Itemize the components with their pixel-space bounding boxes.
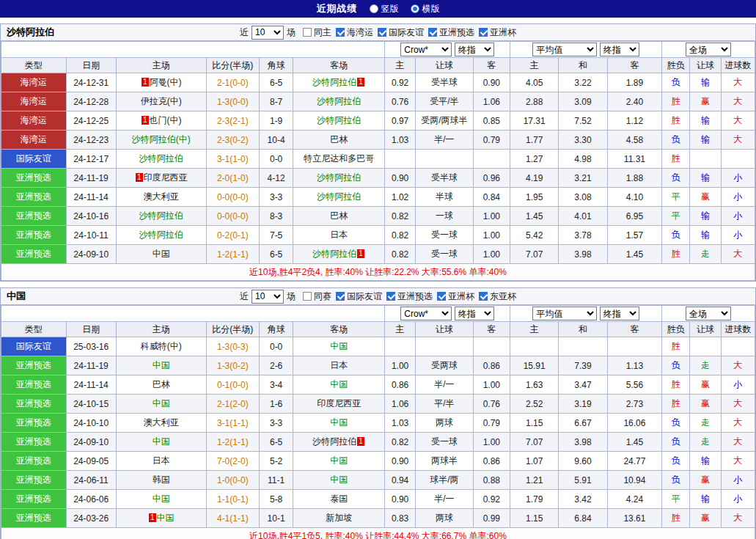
crow-away-odds: 0.85	[473, 111, 510, 131]
competition-type: 亚洲预选	[1, 509, 67, 528]
crow-handicap: 半球	[416, 188, 473, 207]
checkbox-checked-icon[interactable]	[336, 292, 345, 301]
red-card-badge: 1	[136, 173, 143, 182]
result-goals: 小	[721, 169, 755, 188]
checkbox-unchecked-icon[interactable]	[303, 28, 312, 37]
avg-home-odds: 1.79	[510, 490, 558, 509]
crow-away-odds: 0.79	[473, 131, 510, 150]
checkbox-checked-icon[interactable]	[386, 292, 395, 301]
avg-away-odds: 1.57	[607, 226, 661, 245]
filter-checkbox-东亚杯[interactable]: 东亚杯	[479, 290, 516, 303]
result-goals: 大	[721, 395, 755, 414]
crow-handicap: 受一球	[416, 245, 473, 264]
team-name-text: 也门(中)	[150, 115, 182, 125]
odds-source-select[interactable]: Crow*	[400, 43, 452, 56]
filter-checkbox-亚洲杯[interactable]: 亚洲杯	[479, 26, 516, 39]
filter-checkbox-国际友谊[interactable]: 国际友谊	[336, 290, 382, 303]
result-wdl: 胜	[662, 509, 690, 528]
checkbox-checked-icon[interactable]	[479, 28, 488, 37]
away-team: 中国	[293, 452, 385, 471]
col-result-goals: 进球数	[721, 58, 755, 73]
checkbox-checked-icon[interactable]	[437, 292, 446, 301]
filter-prefix: 近	[240, 290, 249, 303]
checkbox-checked-icon[interactable]	[378, 28, 386, 37]
match-row: 海湾运24-12-251也门(中)2-3(2-1)1-9沙特阿拉伯0.97受两/…	[1, 111, 755, 131]
away-team: 中国	[293, 414, 385, 433]
match-score: 2-0(1-0)	[206, 169, 259, 188]
corner-count: 10-1	[260, 509, 293, 528]
match-scope-select[interactable]: 全场	[686, 307, 731, 320]
col-home: 主场	[116, 322, 206, 337]
crow-away-odds: 1.06	[473, 92, 510, 111]
red-card-badge: 1	[149, 513, 156, 522]
home-team: 沙特阿拉伯	[116, 150, 206, 169]
col-type: 类型	[1, 322, 67, 337]
layout-option-horizontal[interactable]: 横版	[411, 3, 440, 15]
checkbox-checked-icon[interactable]	[479, 292, 488, 301]
average-time-select[interactable]: 终指	[600, 43, 639, 56]
filter-checkbox-亚洲预选[interactable]: 亚洲预选	[386, 290, 433, 303]
result-goals: 大	[721, 92, 755, 111]
recent-count-select[interactable]: 10	[252, 26, 284, 40]
avg-away-odds: 11.31	[607, 150, 661, 169]
checkbox-unchecked-icon[interactable]	[303, 292, 312, 301]
avg-draw-odds: 5.91	[559, 471, 607, 490]
team-name-text: 中国	[330, 474, 348, 485]
match-row: 亚洲预选24-10-11沙特阿拉伯0-2(0-1)7-5日本0.82受一球1.0…	[1, 226, 755, 245]
avg-away-odds: 16.06	[607, 414, 661, 433]
odds-time-select[interactable]: 终指	[455, 307, 494, 320]
result-goals: 大	[721, 131, 755, 150]
average-select[interactable]: 平均值	[532, 307, 597, 320]
corner-count: 8-3	[260, 207, 293, 226]
checkbox-checked-icon[interactable]	[336, 28, 345, 37]
avg-home-odds: 1.63	[510, 375, 558, 395]
crow-away-odds	[473, 150, 510, 169]
checkbox-checked-icon[interactable]	[428, 28, 437, 37]
filter-checkbox-海湾运[interactable]: 海湾运	[336, 26, 373, 39]
crow-handicap: 球半/两	[416, 471, 473, 490]
average-select[interactable]: 平均值	[532, 43, 597, 56]
match-scope-select[interactable]: 全场	[686, 43, 731, 56]
result-wdl: 负	[662, 356, 690, 375]
filter-checkbox-同赛[interactable]: 同赛	[303, 290, 331, 303]
avg-draw-odds	[559, 337, 607, 356]
odds-time-select[interactable]: 终指	[455, 43, 494, 56]
vertical-radio-icon[interactable]	[370, 4, 378, 13]
home-team: 中国	[116, 490, 206, 509]
filter-checkbox-同主[interactable]: 同主	[303, 26, 331, 39]
recent-count-select[interactable]: 10	[252, 290, 284, 304]
odds-source-select[interactable]: Crow*	[400, 307, 452, 320]
corner-count: 1-6	[260, 395, 293, 414]
filter-checkbox-亚洲杯[interactable]: 亚洲杯	[437, 290, 474, 303]
horizontal-radio-icon[interactable]	[411, 4, 419, 13]
filter-checkbox-国际友谊[interactable]: 国际友谊	[378, 26, 424, 39]
match-row: 亚洲预选24-11-14巴林0-1(0-0)3-4中国0.86半/一1.001.…	[1, 375, 755, 395]
avg-home-odds	[510, 337, 558, 356]
match-row: 亚洲预选24-09-05日本7-0(2-0)5-2中国0.90两球半0.861.…	[1, 452, 755, 471]
column-headers: 类型 日期 主场 比分(半场) 角球 客场 主 让球 客 主 和 客 胜负 让球…	[1, 322, 755, 337]
match-row: 亚洲预选24-06-11韩国1-0(0-0)11-1中国0.94球半/两0.88…	[1, 471, 755, 490]
crow-handicap: 受两/两球半	[416, 111, 473, 131]
match-date: 24-10-11	[66, 226, 116, 245]
match-score: 3-1(1-0)	[206, 150, 259, 169]
col-date: 日期	[66, 322, 116, 337]
crow-handicap: 受平/半	[416, 92, 473, 111]
avg-home-odds: 1.15	[510, 509, 558, 528]
crow-home-odds: 1.00	[385, 356, 416, 375]
topbar: 近期战绩 竖版 横版	[0, 0, 756, 18]
team-name-text: 中国	[153, 494, 170, 504]
layout-option-vertical[interactable]: 竖版	[370, 3, 399, 15]
team-name-text: 巴林	[153, 379, 170, 389]
average-time-select[interactable]: 终指	[600, 307, 639, 320]
result-handicap: 赢	[690, 509, 721, 528]
result-goals	[721, 337, 755, 356]
crow-home-odds: 0.82	[385, 433, 416, 452]
crow-away-odds: 0.99	[473, 509, 510, 528]
crow-home-odds: 0.76	[385, 92, 416, 111]
col-result-handicap: 让球	[690, 58, 721, 73]
match-date: 24-09-10	[66, 245, 116, 264]
crow-away-odds: 0.84	[473, 188, 510, 207]
match-score: 2-1(2-0)	[206, 395, 259, 414]
filter-checkbox-亚洲预选[interactable]: 亚洲预选	[428, 26, 474, 39]
competition-type: 国际友谊	[1, 150, 67, 169]
